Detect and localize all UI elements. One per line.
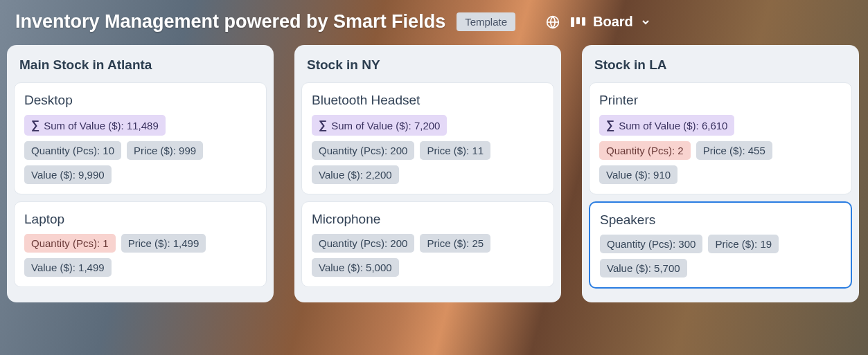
sum-value: Sum of Value ($): 11,489 <box>44 120 159 131</box>
chip-row: Value ($): 5,000 <box>312 258 544 277</box>
chip-row: Quantity (Pcs): 1Price ($): 1,499 <box>24 234 256 253</box>
card-title: Speakers <box>600 212 841 228</box>
board-container: Main Stock in AtlantaDesktop∑Sum of Valu… <box>0 45 868 316</box>
chip-row: Value ($): 9,990 <box>24 165 256 184</box>
template-badge[interactable]: Template <box>457 12 515 31</box>
sigma-icon: ∑ <box>31 118 39 132</box>
chip-row: ∑Sum of Value ($): 11,489 <box>24 115 256 136</box>
sum-value: Sum of Value ($): 7,200 <box>331 120 440 131</box>
quantity-chip: Quantity (Pcs): 1 <box>24 234 116 253</box>
price-chip: Price ($): 455 <box>696 141 772 160</box>
sigma-icon: ∑ <box>319 118 327 132</box>
quantity-chip: Quantity (Pcs): 10 <box>24 141 121 160</box>
view-selector[interactable]: Board <box>571 14 651 30</box>
board-card[interactable]: Printer∑Sum of Value ($): 6,610Quantity … <box>589 82 852 194</box>
page-title: Inventory Management powered by Smart Fi… <box>15 11 445 33</box>
chip-row: ∑Sum of Value ($): 6,610 <box>599 115 842 136</box>
board-column: Stock in NYBluetooth Headset∑Sum of Valu… <box>294 45 561 302</box>
value-chip: Value ($): 910 <box>599 165 677 184</box>
sum-chip: ∑Sum of Value ($): 11,489 <box>24 115 166 136</box>
chip-row: Quantity (Pcs): 300Price ($): 19 <box>600 235 841 253</box>
chip-row: Quantity (Pcs): 200Price ($): 11 <box>312 141 544 160</box>
chip-row: Value ($): 2,200 <box>312 165 544 184</box>
quantity-chip: Quantity (Pcs): 300 <box>600 235 702 253</box>
board-card[interactable]: SpeakersQuantity (Pcs): 300Price ($): 19… <box>589 201 852 289</box>
header-bar: Inventory Management powered by Smart Fi… <box>0 0 868 45</box>
view-label: Board <box>593 14 633 30</box>
chip-row: Quantity (Pcs): 2Price ($): 455 <box>599 141 842 160</box>
board-column: Main Stock in AtlantaDesktop∑Sum of Valu… <box>7 45 274 302</box>
board-card[interactable]: LaptopQuantity (Pcs): 1Price ($): 1,499V… <box>14 201 267 287</box>
value-chip: Value ($): 1,499 <box>24 258 112 277</box>
quantity-chip: Quantity (Pcs): 200 <box>312 234 414 253</box>
quantity-chip: Quantity (Pcs): 2 <box>599 141 691 160</box>
board-icon <box>571 16 586 28</box>
sigma-icon: ∑ <box>606 118 614 132</box>
value-chip: Value ($): 9,990 <box>24 165 112 184</box>
card-title: Laptop <box>24 212 256 227</box>
column-title: Stock in LA <box>589 48 852 82</box>
price-chip: Price ($): 999 <box>127 141 203 160</box>
globe-icon[interactable] <box>546 15 560 29</box>
column-title: Stock in NY <box>301 48 554 82</box>
board-card[interactable]: Bluetooth Headset∑Sum of Value ($): 7,20… <box>301 82 554 194</box>
chip-row: Value ($): 1,499 <box>24 258 256 277</box>
board-card[interactable]: MicrophoneQuantity (Pcs): 200Price ($): … <box>301 201 554 287</box>
price-chip: Price ($): 19 <box>708 235 779 253</box>
svg-rect-1 <box>571 17 574 27</box>
chip-row: Value ($): 5,700 <box>600 259 841 277</box>
card-title: Printer <box>599 93 842 108</box>
chip-row: Quantity (Pcs): 200Price ($): 25 <box>312 234 544 253</box>
value-chip: Value ($): 5,700 <box>600 259 687 277</box>
chip-row: Value ($): 910 <box>599 165 842 184</box>
sum-chip: ∑Sum of Value ($): 7,200 <box>312 115 447 136</box>
board-card[interactable]: Desktop∑Sum of Value ($): 11,489Quantity… <box>14 82 267 194</box>
chip-row: ∑Sum of Value ($): 7,200 <box>312 115 544 136</box>
value-chip: Value ($): 2,200 <box>312 165 399 184</box>
column-title: Main Stock in Atlanta <box>14 48 267 82</box>
svg-rect-2 <box>576 17 580 24</box>
quantity-chip: Quantity (Pcs): 200 <box>312 141 414 160</box>
value-chip: Value ($): 5,000 <box>312 258 399 277</box>
price-chip: Price ($): 11 <box>420 141 490 160</box>
sum-chip: ∑Sum of Value ($): 6,610 <box>599 115 734 136</box>
board-column: Stock in LAPrinter∑Sum of Value ($): 6,6… <box>582 45 859 302</box>
price-chip: Price ($): 1,499 <box>121 234 206 253</box>
sum-value: Sum of Value ($): 6,610 <box>619 120 727 131</box>
price-chip: Price ($): 25 <box>420 234 490 253</box>
card-title: Bluetooth Headset <box>312 93 544 108</box>
chip-row: Quantity (Pcs): 10Price ($): 999 <box>24 141 256 160</box>
chevron-down-icon <box>640 17 651 28</box>
svg-rect-3 <box>582 17 585 26</box>
card-title: Desktop <box>24 93 256 108</box>
card-title: Microphone <box>312 212 544 227</box>
